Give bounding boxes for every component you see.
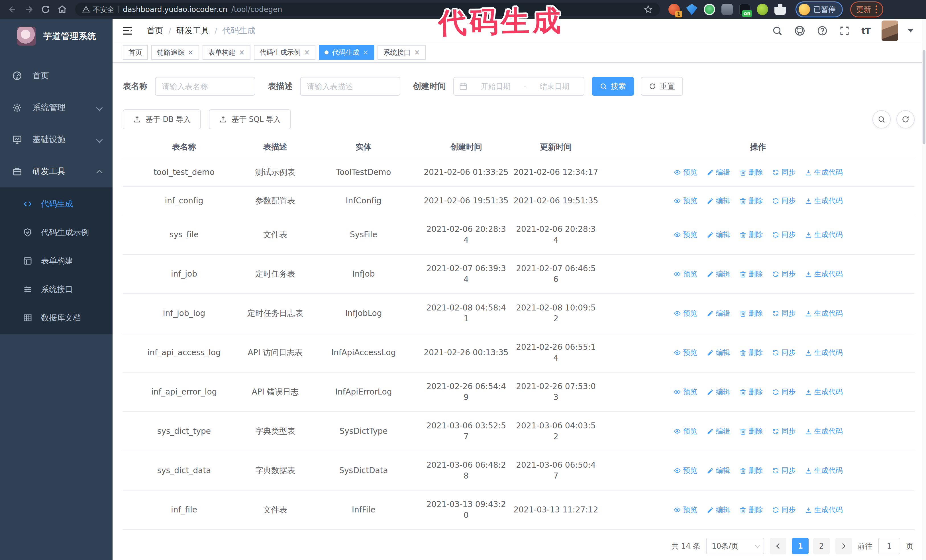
prev-page-button[interactable] xyxy=(770,538,787,554)
sidebar-item-infra[interactable]: 基础设施 xyxy=(0,124,112,155)
action-sync-link[interactable]: 同步 xyxy=(772,229,796,240)
search-button[interactable]: 搜索 xyxy=(592,77,634,96)
action-edit-link[interactable]: 编辑 xyxy=(707,465,730,476)
table-name-input[interactable] xyxy=(155,77,255,96)
action-eye-link[interactable]: 预览 xyxy=(673,465,698,476)
action-generate-code-link[interactable]: 生成代码 xyxy=(805,347,843,358)
extension-grid[interactable] xyxy=(722,4,733,15)
action-delete-link[interactable]: 删除 xyxy=(739,426,763,437)
action-eye-link[interactable]: 预览 xyxy=(673,504,698,515)
tab-close-icon[interactable]: × xyxy=(363,49,368,56)
browser-menu-icon[interactable] xyxy=(876,5,877,14)
extension-gem[interactable] xyxy=(686,4,698,15)
breadcrumb-devtools[interactable]: 研发工具 xyxy=(176,25,209,36)
action-eye-link[interactable]: 预览 xyxy=(673,269,698,279)
action-edit-link[interactable]: 编辑 xyxy=(707,269,730,279)
reload-icon[interactable] xyxy=(38,2,53,17)
extension-green-check[interactable] xyxy=(704,4,715,15)
refresh-table-button[interactable] xyxy=(896,110,915,128)
action-delete-link[interactable]: 删除 xyxy=(739,386,763,397)
action-eye-link[interactable]: 预览 xyxy=(673,229,698,240)
tab-close-icon[interactable]: × xyxy=(304,49,310,56)
action-generate-code-link[interactable]: 生成代码 xyxy=(805,195,843,206)
sidebar-item-codegen[interactable]: 代码生成 xyxy=(0,190,112,218)
table-desc-input[interactable] xyxy=(300,77,400,96)
action-edit-link[interactable]: 编辑 xyxy=(707,386,730,397)
date-range-picker[interactable]: 开始日期 - 结束日期 xyxy=(453,77,584,96)
action-edit-link[interactable]: 编辑 xyxy=(707,347,730,358)
action-edit-link[interactable]: 编辑 xyxy=(707,229,730,240)
font-size-icon[interactable]: tT xyxy=(861,26,870,36)
action-sync-link[interactable]: 同步 xyxy=(772,465,796,476)
action-eye-link[interactable]: 预览 xyxy=(673,167,698,178)
page-button-1[interactable]: 1 xyxy=(792,538,809,554)
bookmark-star-icon[interactable] xyxy=(643,5,653,14)
action-sync-link[interactable]: 同步 xyxy=(772,167,796,178)
action-generate-code-link[interactable]: 生成代码 xyxy=(805,308,843,319)
action-edit-link[interactable]: 编辑 xyxy=(707,167,730,178)
fullscreen-icon[interactable] xyxy=(839,25,850,36)
tab-close-icon[interactable]: × xyxy=(239,49,245,56)
action-generate-code-link[interactable]: 生成代码 xyxy=(805,465,843,476)
help-icon[interactable] xyxy=(817,25,828,36)
action-edit-link[interactable]: 编辑 xyxy=(707,426,730,437)
sidebar-item-db-doc[interactable]: 数据库文档 xyxy=(0,303,112,332)
action-delete-link[interactable]: 删除 xyxy=(739,195,763,206)
action-delete-link[interactable]: 删除 xyxy=(739,504,763,515)
action-generate-code-link[interactable]: 生成代码 xyxy=(805,426,843,437)
action-generate-code-link[interactable]: 生成代码 xyxy=(805,386,843,397)
browser-profile-button[interactable]: 已暂停 xyxy=(796,2,843,17)
tab-close-icon[interactable]: × xyxy=(188,49,194,56)
action-delete-link[interactable]: 删除 xyxy=(739,229,763,240)
tab-close-icon[interactable]: × xyxy=(414,49,420,56)
sidebar-item-system-api[interactable]: 系统接口 xyxy=(0,275,112,303)
sidebar-item-home[interactable]: 首页 xyxy=(0,60,112,92)
scrollbar[interactable] xyxy=(922,19,926,560)
extension-puzzle[interactable] xyxy=(775,4,786,15)
action-edit-link[interactable]: 编辑 xyxy=(707,308,730,319)
search-icon[interactable] xyxy=(772,25,783,36)
action-delete-link[interactable]: 删除 xyxy=(739,167,763,178)
action-generate-code-link[interactable]: 生成代码 xyxy=(805,269,843,279)
tab-系统接口[interactable]: 系统接口× xyxy=(378,45,425,60)
user-avatar[interactable] xyxy=(882,21,898,41)
action-sync-link[interactable]: 同步 xyxy=(772,386,796,397)
back-icon[interactable] xyxy=(5,2,20,17)
action-sync-link[interactable]: 同步 xyxy=(772,269,796,279)
action-delete-link[interactable]: 删除 xyxy=(739,465,763,476)
app-logo[interactable]: 芋道管理系统 xyxy=(0,19,112,53)
action-delete-link[interactable]: 删除 xyxy=(739,269,763,279)
action-edit-link[interactable]: 编辑 xyxy=(707,195,730,206)
action-delete-link[interactable]: 删除 xyxy=(739,308,763,319)
home-icon[interactable] xyxy=(55,2,70,17)
sidebar-item-form-builder[interactable]: 表单构建 xyxy=(0,247,112,275)
extension-android[interactable] xyxy=(757,4,768,15)
action-sync-link[interactable]: 同步 xyxy=(772,308,796,319)
sidebar-item-devtools[interactable]: 研发工具 xyxy=(0,155,112,187)
extension-orange[interactable]: 1 xyxy=(669,4,680,15)
goto-page-input[interactable] xyxy=(878,538,900,554)
tab-链路追踪[interactable]: 链路追踪× xyxy=(151,45,199,60)
extension-dark[interactable]: on xyxy=(739,4,750,15)
github-icon[interactable] xyxy=(794,25,805,36)
browser-update-button[interactable]: 更新 xyxy=(850,2,883,17)
action-generate-code-link[interactable]: 生成代码 xyxy=(805,504,843,515)
action-eye-link[interactable]: 预览 xyxy=(673,195,698,206)
import-sql-button[interactable]: 基于 SQL 导入 xyxy=(209,109,291,129)
sidebar-item-system[interactable]: 系统管理 xyxy=(0,92,112,124)
action-sync-link[interactable]: 同步 xyxy=(772,195,796,206)
action-delete-link[interactable]: 删除 xyxy=(739,347,763,358)
sidebar-item-codegen-example[interactable]: 代码生成示例 xyxy=(0,218,112,247)
action-sync-link[interactable]: 同步 xyxy=(772,426,796,437)
address-bar[interactable]: 不安全 dashboard.yudao.iocoder.cn/tool/code… xyxy=(75,3,660,16)
tab-代码生成[interactable]: 代码生成× xyxy=(319,45,374,60)
hamburger-icon[interactable] xyxy=(122,25,133,36)
action-generate-code-link[interactable]: 生成代码 xyxy=(805,167,843,178)
action-eye-link[interactable]: 预览 xyxy=(673,308,698,319)
toggle-search-button[interactable] xyxy=(872,110,891,128)
tab-代码生成示例[interactable]: 代码生成示例× xyxy=(254,45,315,60)
action-sync-link[interactable]: 同步 xyxy=(772,504,796,515)
tab-首页[interactable]: 首页 xyxy=(123,45,148,60)
next-page-button[interactable] xyxy=(835,538,852,554)
breadcrumb-home[interactable]: 首页 xyxy=(147,25,163,36)
